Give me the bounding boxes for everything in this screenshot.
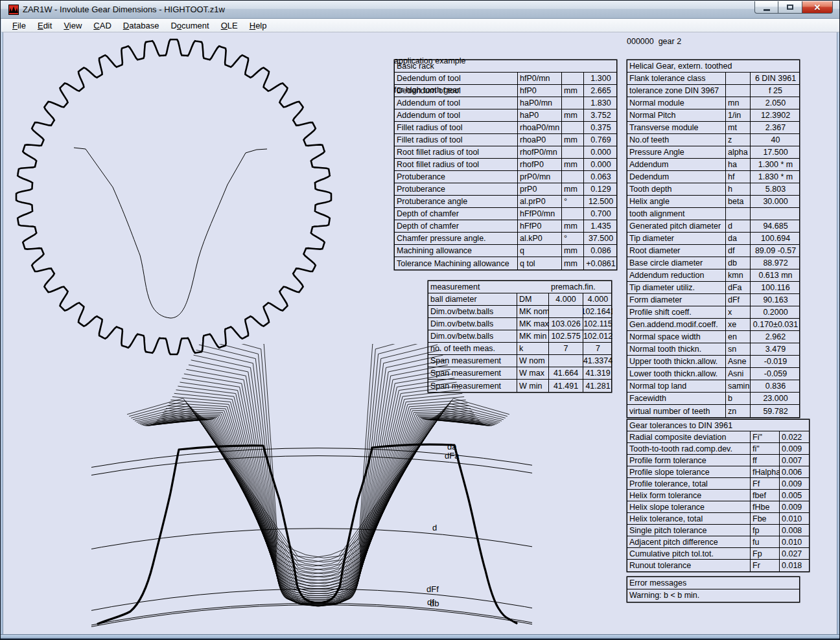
table-row: Profile slope tolerance fHalpha 0.006 <box>627 466 809 478</box>
table-row: ball diameter DM 4.000 4.000 <box>428 293 611 306</box>
row-label: Cumulative pitch tol.tot. <box>627 548 751 559</box>
row-value: 2.962 <box>751 331 800 343</box>
row-value: 0.005 <box>780 490 810 501</box>
row-label: Pressure Angle <box>627 146 726 158</box>
row-value: 0.2000 <box>751 306 800 318</box>
table-row: Dim.ov/betw.balls MK min 102.575 102.012 <box>428 330 611 343</box>
table-row: Adjacent pitch difference fu 0.010 <box>627 536 809 548</box>
table-row: Transverse module mt 2.367 <box>627 122 799 134</box>
row-label: Tolerance Machining allowance <box>395 257 518 269</box>
row-value <box>751 208 800 220</box>
table-row: Single pitch tolerance fp 0.008 <box>627 525 809 536</box>
row-premach-value: 103.026 <box>549 318 583 330</box>
row-symbol: sn <box>726 343 751 355</box>
row-symbol: fHalpha <box>751 466 780 477</box>
row-value: 1.830 * m <box>751 171 800 183</box>
row-value: 0.010 <box>780 513 810 524</box>
row-label: Lower tooth thickn.allow. <box>627 368 726 380</box>
row-finish-value: 102.012 <box>583 330 612 342</box>
row-symbol: b <box>726 393 751 404</box>
table-body: Flank tolerance class 6 DIN 3961 toleran… <box>627 73 799 417</box>
window-controls: ✕ <box>754 1 833 14</box>
table-row: Span measurement W nom 41.3374 <box>428 355 611 367</box>
row-value: 12.500 <box>584 196 618 207</box>
table-row: Addendum of tool haP0/mn 1.830 <box>395 97 616 109</box>
table-title: Helical Gear, extern. toothed <box>627 60 799 73</box>
menu-view[interactable]: View <box>58 20 88 31</box>
row-symbol: df <box>726 245 751 257</box>
row-label: Gen.addend.modif.coeff. <box>627 319 726 330</box>
row-symbol: fbef <box>751 490 780 501</box>
row-symbol: Asne <box>726 356 751 367</box>
row-symbol: Fr <box>751 560 780 571</box>
table-row: Radial composite deviation Fi" 0.022 <box>627 431 809 443</box>
row-value: 1.300 * m <box>751 159 800 170</box>
row-value: 100.116 <box>751 282 800 293</box>
row-premach-value: 102.575 <box>549 330 583 342</box>
gear-id-note: 000000 gear 2 <box>627 37 681 47</box>
row-label: Root diameter <box>627 245 726 257</box>
error-messages-box: Error messages Warning: b < b min. <box>627 577 800 602</box>
row-value: 5.803 <box>751 183 800 195</box>
row-label: Profile form tolerance <box>627 455 751 466</box>
row-label: Span measurement <box>428 355 517 367</box>
table-row: Cumulative pitch tol.tot. Fp 0.027 <box>627 548 809 560</box>
table-row: Runout tolerance Fr 0.018 <box>627 560 809 571</box>
tooth-gap-profile <box>74 148 267 318</box>
titlebar[interactable]: ZAR1W - Involute Gear Dimensions - HIGHT… <box>1 1 839 19</box>
row-label: Protuberance <box>395 183 518 195</box>
row-premach-value: 4.000 <box>549 293 583 305</box>
row-finish-value: 102.1641 <box>583 306 612 317</box>
row-symbol: fu <box>751 536 780 547</box>
row-label: Single pitch tolerance <box>627 525 751 536</box>
table-row: Dedendum of tool hfP0/mn 1.300 <box>395 73 616 85</box>
minimize-button[interactable] <box>754 1 778 14</box>
maximize-button[interactable] <box>778 1 802 14</box>
table-row: Fillet radius of tool rhoaP0/mn 0.375 <box>395 122 616 134</box>
row-label: Addendum of tool <box>395 97 518 109</box>
menu-document[interactable]: Document <box>165 20 215 31</box>
gear-outline-path <box>16 40 331 354</box>
error-box-title: Error messages <box>627 577 799 589</box>
row-value: 0.375 <box>584 122 618 133</box>
menu-file[interactable]: File <box>6 20 32 31</box>
table-row: Addendum reduction kmn 0.613 mn <box>627 269 799 282</box>
row-label: Facewidth <box>627 393 726 404</box>
menu-ole[interactable]: OLE <box>215 20 244 31</box>
row-symbol: db <box>726 257 751 269</box>
table-row: Span measurement W min 41.491 41.281 <box>428 380 611 392</box>
row-label: Machining allowance <box>395 245 518 257</box>
row-symbol: prP0/mn <box>518 171 562 183</box>
row-label: Normal Pitch <box>627 109 726 121</box>
row-value: 94.685 <box>751 220 800 232</box>
menu-edit[interactable]: Edit <box>32 20 58 31</box>
label-da: da <box>447 442 457 451</box>
row-value: 0.000 <box>584 146 618 158</box>
row-label: Normal top land <box>627 380 726 392</box>
row-label: Fillet radius of tool <box>395 134 518 146</box>
row-unit: ° <box>562 196 584 207</box>
row-symbol: 1/in <box>726 109 751 121</box>
table-title: measurement premach.fin. <box>428 281 611 293</box>
menu-cad[interactable]: CAD <box>88 20 117 31</box>
table-row: Machining allowance q mm 0.086 <box>395 245 616 257</box>
row-value: -0.059 <box>751 368 800 380</box>
gear-wheel-drawing <box>14 38 338 365</box>
table-row: Depth of chamfer hFfP0/mn 0.700 <box>395 208 616 220</box>
menu-help[interactable]: Help <box>244 20 273 31</box>
row-symbol: haP0 <box>518 109 562 121</box>
row-label: Tooth-to-tooth rad.comp.dev. <box>627 443 751 454</box>
close-button[interactable]: ✕ <box>802 1 833 14</box>
row-unit <box>562 122 584 133</box>
table-body: Radial composite deviation Fi" 0.022 Too… <box>627 431 809 571</box>
window-frame-bottom <box>1 634 839 639</box>
row-symbol: fp <box>751 525 780 536</box>
row-finish-value: 4.000 <box>583 293 612 305</box>
row-symbol: W max <box>517 367 549 379</box>
row-value: 59.782 <box>751 405 800 417</box>
row-symbol: kmn <box>726 269 751 281</box>
row-symbol: ff <box>751 455 780 466</box>
row-label: Dim.ov/betw.balls <box>428 330 517 342</box>
row-label: Dedendum of tool <box>395 73 518 84</box>
menu-database[interactable]: Database <box>117 20 165 31</box>
